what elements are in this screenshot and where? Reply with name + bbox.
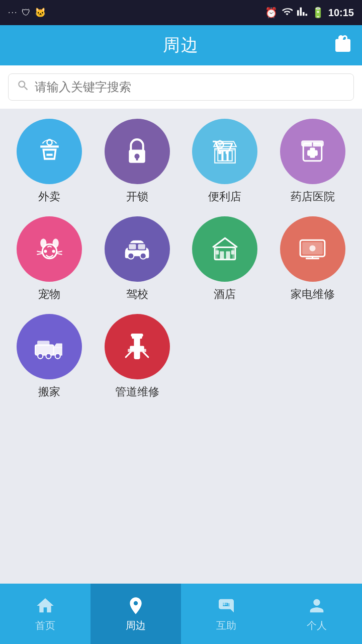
cat-icon: 🐱 bbox=[35, 7, 46, 18]
category-guandao[interactable]: 管道维修 bbox=[96, 314, 179, 399]
chat-icon bbox=[216, 596, 236, 616]
svg-point-19 bbox=[52, 238, 58, 248]
shield-icon: 🛡 bbox=[22, 8, 31, 18]
status-left: ··· 🛡 🐱 bbox=[8, 7, 46, 18]
svg-line-22 bbox=[56, 251, 61, 252]
person-icon bbox=[307, 596, 327, 616]
search-bar bbox=[0, 65, 362, 109]
svg-rect-42 bbox=[35, 345, 54, 355]
kaisuo-label: 开锁 bbox=[126, 189, 148, 204]
category-waimai[interactable]: 外卖 bbox=[8, 119, 91, 204]
category-jiaxiao[interactable]: 驾校 bbox=[96, 216, 179, 302]
svg-rect-29 bbox=[135, 250, 139, 252]
status-dots: ··· bbox=[8, 8, 18, 17]
nav-home-label: 首页 bbox=[35, 619, 55, 632]
svg-point-46 bbox=[55, 353, 60, 358]
svg-line-23 bbox=[56, 253, 61, 254]
category-chongwu[interactable]: 宠物 bbox=[8, 216, 91, 302]
category-jiadian[interactable]: 家电维修 bbox=[272, 216, 354, 302]
page-title: 周边 bbox=[163, 34, 199, 57]
guandao-label: 管道维修 bbox=[115, 384, 159, 399]
svg-point-44 bbox=[38, 353, 43, 358]
search-input[interactable] bbox=[35, 80, 345, 94]
jiadian-icon-circle bbox=[280, 216, 345, 282]
kaisuo-icon-circle bbox=[105, 119, 170, 184]
svg-point-25 bbox=[140, 253, 146, 259]
svg-rect-3 bbox=[136, 156, 138, 160]
jiaxiao-icon-circle bbox=[105, 216, 170, 282]
chongwu-icon-circle bbox=[17, 216, 82, 282]
svg-point-18 bbox=[40, 238, 46, 248]
nav-nearby-label: 周边 bbox=[126, 619, 146, 632]
category-banjia[interactable]: 搬家 bbox=[8, 314, 91, 399]
category-bianlidian[interactable]: 便利店 bbox=[184, 119, 266, 204]
nav-help[interactable]: 互助 bbox=[181, 584, 272, 644]
favorites-icon[interactable] bbox=[334, 35, 352, 56]
jiadian-label: 家电维修 bbox=[291, 287, 335, 302]
svg-rect-52 bbox=[131, 334, 143, 337]
nav-profile[interactable]: 个人 bbox=[272, 584, 362, 644]
svg-rect-28 bbox=[138, 244, 145, 249]
bianlidian-icon-circle bbox=[192, 119, 257, 184]
category-grid: 外卖 开锁 便 bbox=[0, 109, 362, 410]
header: 周边 bbox=[0, 25, 362, 65]
waimai-icon-circle bbox=[17, 119, 82, 184]
bianlidian-label: 便利店 bbox=[208, 189, 241, 204]
svg-rect-27 bbox=[129, 244, 136, 249]
jiudian-icon-circle bbox=[192, 216, 257, 282]
home-icon bbox=[35, 596, 55, 616]
svg-line-20 bbox=[37, 251, 42, 252]
nav-nearby[interactable]: 周边 bbox=[90, 584, 181, 644]
svg-line-21 bbox=[37, 253, 42, 254]
svg-rect-32 bbox=[226, 251, 230, 259]
nav-help-label: 互助 bbox=[216, 619, 236, 632]
svg-point-16 bbox=[44, 250, 47, 253]
svg-point-7 bbox=[225, 151, 228, 154]
search-input-wrap[interactable] bbox=[8, 73, 354, 101]
nav-home[interactable]: 首页 bbox=[0, 584, 90, 644]
svg-rect-47 bbox=[37, 341, 49, 346]
nav-profile-label: 个人 bbox=[307, 619, 327, 632]
signal-icon bbox=[297, 6, 308, 20]
yaodian-label: 药店医院 bbox=[291, 189, 335, 204]
banjia-label: 搬家 bbox=[38, 384, 60, 399]
svg-point-24 bbox=[128, 253, 134, 259]
svg-point-6 bbox=[218, 151, 221, 154]
battery-icon: 🔋 bbox=[312, 7, 324, 19]
status-bar: ··· 🛡 🐱 ⏰ 🔋 10:15 bbox=[0, 0, 362, 25]
bottom-nav: 首页 周边 互助 个人 bbox=[0, 584, 362, 644]
svg-rect-31 bbox=[220, 251, 224, 259]
search-icon bbox=[17, 79, 30, 95]
yaodian-icon-circle bbox=[280, 119, 345, 184]
svg-point-45 bbox=[46, 353, 51, 358]
svg-point-17 bbox=[52, 250, 55, 253]
alarm-icon: ⏰ bbox=[265, 7, 278, 19]
jiaxiao-label: 驾校 bbox=[126, 287, 148, 302]
jiudian-label: 酒店 bbox=[214, 287, 236, 302]
time-display: 10:15 bbox=[328, 7, 354, 19]
location-icon bbox=[126, 596, 146, 616]
svg-rect-14 bbox=[308, 150, 318, 155]
status-right: ⏰ 🔋 10:15 bbox=[265, 6, 354, 20]
svg-point-0 bbox=[47, 140, 52, 145]
guandao-icon-circle bbox=[105, 314, 170, 379]
waimai-label: 外卖 bbox=[38, 189, 60, 204]
category-yaodian[interactable]: 药店医院 bbox=[272, 119, 354, 204]
svg-point-41 bbox=[310, 245, 316, 251]
category-kaisuo[interactable]: 开锁 bbox=[96, 119, 179, 204]
chongwu-label: 宠物 bbox=[38, 287, 60, 302]
wifi-icon bbox=[282, 6, 293, 20]
category-jiudian[interactable]: 酒店 bbox=[184, 216, 266, 302]
banjia-icon-circle bbox=[17, 314, 82, 379]
